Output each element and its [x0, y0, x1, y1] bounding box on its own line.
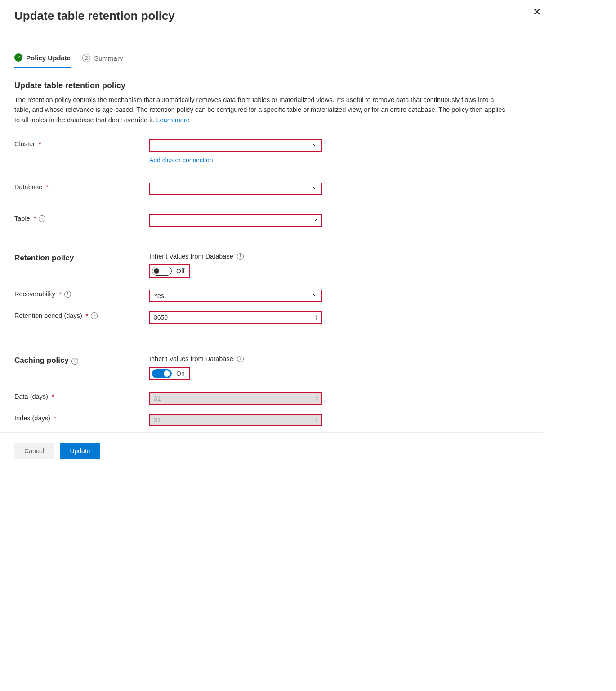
- step-label: Policy Update: [26, 54, 71, 62]
- database-select[interactable]: [149, 183, 322, 195]
- add-cluster-connection-link[interactable]: Add cluster connection: [149, 156, 213, 164]
- recoverability-label: Recoverability* i: [14, 290, 149, 298]
- chevron-down-icon: [312, 142, 318, 149]
- index-days-input: 31 ▴▾: [149, 414, 322, 426]
- toggle-state-label: On: [176, 370, 185, 377]
- retention-period-value: 3650: [154, 314, 168, 321]
- info-icon[interactable]: i: [39, 215, 45, 222]
- inherit-caching-toggle[interactable]: On: [149, 367, 190, 380]
- update-button[interactable]: Update: [60, 443, 100, 459]
- step-number-icon: 2: [82, 54, 90, 62]
- page-title: Update table retention policy: [14, 9, 543, 23]
- step-policy-update[interactable]: ✓ Policy Update: [14, 53, 71, 68]
- retention-period-input[interactable]: 3650 ▴▾: [149, 311, 322, 324]
- cancel-button[interactable]: Cancel: [14, 443, 54, 459]
- divider: [0, 432, 543, 433]
- wizard-stepper: ✓ Policy Update 2 Summary: [14, 53, 543, 68]
- retention-period-label: Retention period (days)* i: [14, 311, 149, 319]
- recoverability-value: Yes: [154, 292, 164, 299]
- toggle-state-label: Off: [176, 267, 184, 275]
- number-spinner-icon: ▴▾: [316, 395, 318, 401]
- info-icon[interactable]: i: [237, 356, 244, 362]
- description-text: The retention policy controls the mechan…: [14, 96, 505, 124]
- footer-actions: Cancel Update: [14, 443, 543, 473]
- database-label: Database*: [14, 183, 149, 191]
- required-mark: *: [59, 290, 62, 298]
- info-icon[interactable]: i: [237, 253, 244, 260]
- data-days-value: 31: [154, 395, 161, 402]
- cluster-label: Cluster*: [14, 139, 149, 147]
- inherit-retention-toggle[interactable]: Off: [149, 264, 190, 278]
- required-mark: *: [54, 415, 57, 422]
- cluster-select[interactable]: [149, 139, 322, 152]
- retention-policy-heading: Retention policy: [14, 253, 149, 263]
- step-label: Summary: [94, 54, 123, 62]
- required-mark: *: [39, 140, 41, 147]
- close-button[interactable]: ✕: [531, 5, 543, 19]
- chevron-down-icon: [312, 217, 318, 224]
- chevron-down-icon: [312, 185, 318, 192]
- info-icon[interactable]: i: [64, 291, 71, 298]
- table-label: Table* i: [14, 214, 149, 222]
- number-spinner-icon: ▴▾: [316, 417, 318, 423]
- data-days-label: Data (days)*: [14, 392, 149, 400]
- required-mark: *: [86, 312, 89, 319]
- caching-policy-heading: Caching policy i: [14, 355, 149, 365]
- inherit-caching-label: Inherit Values from Database i: [149, 355, 325, 362]
- data-days-input: 31 ▴▾: [149, 392, 322, 405]
- required-mark: *: [34, 215, 36, 222]
- index-days-label: Index (days)*: [14, 414, 149, 422]
- close-icon: ✕: [533, 6, 541, 18]
- section-description: The retention policy controls the mechan…: [14, 95, 509, 125]
- step-summary[interactable]: 2 Summary: [82, 53, 123, 68]
- info-icon[interactable]: i: [91, 312, 98, 319]
- info-icon[interactable]: i: [71, 358, 78, 365]
- recoverability-select[interactable]: Yes: [149, 290, 322, 302]
- number-spinner-icon: ▴▾: [316, 314, 318, 321]
- inherit-retention-label: Inherit Values from Database i: [149, 253, 325, 260]
- toggle-switch-icon: [152, 369, 172, 378]
- section-heading: Update table retention policy: [14, 81, 543, 90]
- table-select[interactable]: [149, 214, 322, 227]
- check-icon: ✓: [14, 53, 22, 62]
- index-days-value: 31: [154, 416, 161, 424]
- chevron-down-icon: [312, 292, 318, 299]
- learn-more-link[interactable]: Learn more: [156, 116, 190, 124]
- required-mark: *: [46, 183, 49, 191]
- required-mark: *: [52, 393, 54, 400]
- toggle-switch-icon: [152, 267, 172, 276]
